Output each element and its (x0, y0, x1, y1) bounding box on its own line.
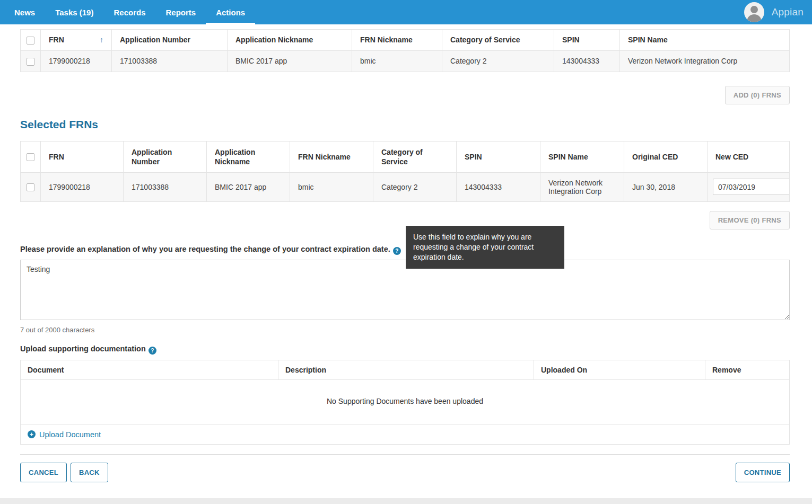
documents-table: Document Description Uploaded On Remove … (20, 360, 790, 445)
cell-spin: 143004333 (457, 172, 540, 201)
upload-help-icon[interactable]: ? (149, 347, 156, 355)
col-header-category-of-service: Category of Service (442, 30, 554, 51)
cancel-button[interactable]: CANCEL (20, 463, 67, 482)
nav-item-records[interactable]: Records (103, 0, 155, 24)
col-header-spin: SPIN (554, 30, 620, 51)
col-header-spin-name: SPIN Name (540, 141, 624, 172)
frn-search-results-table: FRN ↑ Application Number Application Nic… (20, 29, 790, 72)
cell-category-of-service: Category 2 (373, 172, 457, 201)
cell-application-number: 171003388 (124, 172, 207, 201)
explanation-textarea[interactable]: Testing (20, 260, 790, 320)
select-all-checkbox[interactable] (27, 37, 34, 45)
col-header-description: Description (278, 360, 534, 379)
cell-category-of-service: Category 2 (442, 50, 554, 72)
explanation-tooltip: Use this field to explain why you are re… (406, 226, 564, 269)
footer-button-bar: CANCEL BACK CONTINUE (20, 463, 790, 482)
main-content: FRN ↑ Application Number Application Nic… (0, 24, 812, 498)
explanation-label-text: Please provide an explanation of why you… (20, 245, 390, 253)
col-header-frn-nickname: FRN Nickname (352, 30, 442, 51)
nav-item-actions[interactable]: Actions (206, 0, 255, 24)
cell-spin: 143004333 (554, 50, 620, 72)
cell-application-number: 171003388 (112, 50, 228, 72)
col-header-application-number: Application Number (124, 141, 207, 172)
selected-row-checkbox-cell (21, 172, 41, 201)
selected-row-checkbox[interactable] (27, 183, 34, 191)
select-all-cell (21, 30, 41, 51)
cell-spin-name: Verizon Network Integration Corp (620, 50, 790, 72)
back-button[interactable]: BACK (71, 463, 108, 482)
selected-frns-header-row: FRN Application Number Application Nickn… (21, 141, 790, 172)
cell-application-nickname: BMIC 2017 app (207, 172, 290, 201)
nav-item-reports[interactable]: Reports (155, 0, 206, 24)
continue-button[interactable]: CONTINUE (736, 463, 790, 482)
explanation-help-icon[interactable]: ? (393, 247, 401, 255)
appian-brand-logo: Appian (772, 6, 804, 18)
col-header-new-ced: New CED (708, 141, 790, 172)
col-header-remove: Remove (705, 360, 789, 379)
col-header-frn: FRN ↑ (41, 30, 112, 51)
col-header-uploaded-on: Uploaded On (534, 360, 705, 379)
col-header-frn-label: FRN (49, 36, 64, 44)
user-avatar[interactable] (744, 2, 764, 22)
row-checkbox[interactable] (27, 58, 34, 66)
upload-document-link[interactable]: + Upload Document (28, 430, 101, 439)
new-ced-date-input[interactable] (713, 179, 790, 195)
col-header-spin-name: SPIN Name (620, 30, 790, 51)
cell-application-nickname: BMIC 2017 app (228, 50, 352, 72)
cell-spin-name: Verizon Network Integration Corp (540, 172, 624, 201)
upload-document-link-label: Upload Document (39, 430, 101, 439)
selected-frns-row: 1799000218 171003388 BMIC 2017 app bmic … (21, 172, 790, 201)
selected-frns-table: FRN Application Number Application Nickn… (20, 141, 790, 202)
cell-frn-nickname: bmic (352, 50, 442, 72)
upload-documentation-label: Upload supporting documentation? (20, 344, 790, 355)
nav-item-news[interactable]: News (4, 0, 45, 24)
cell-original-ced: Jun 30, 2018 (624, 172, 708, 201)
upload-documentation-label-text: Upload supporting documentation (20, 344, 146, 353)
frn-table-header-row: FRN ↑ Application Number Application Nic… (21, 30, 790, 51)
footer-divider (20, 454, 790, 455)
nav-right-area: Appian (744, 0, 812, 24)
col-header-original-ced: Original CED (624, 141, 708, 172)
cell-new-ced (708, 172, 790, 201)
explanation-label: Please provide an explanation of why you… (20, 245, 790, 255)
selected-select-all-cell (21, 141, 41, 172)
documents-empty-message: No Supporting Documents have been upload… (21, 380, 789, 425)
cell-frn-nickname: bmic (290, 172, 373, 201)
col-header-application-nickname: Application Nickname (207, 141, 290, 172)
col-header-application-nickname: Application Nickname (228, 30, 352, 51)
character-count: 7 out of 2000 characters (20, 326, 790, 334)
explanation-section: Use this field to explain why you are re… (20, 245, 790, 334)
cell-frn: 1799000218 (41, 172, 124, 201)
remove-frns-button[interactable]: REMOVE (0) FRNS (710, 211, 790, 229)
col-header-application-number: Application Number (112, 30, 228, 51)
frn-table-row: 1799000218 171003388 BMIC 2017 app bmic … (21, 50, 790, 72)
add-frns-button[interactable]: ADD (0) FRNS (725, 86, 790, 104)
sort-ascending-icon[interactable]: ↑ (100, 36, 103, 44)
selected-select-all-checkbox[interactable] (27, 153, 34, 161)
plus-circle-icon: + (28, 430, 36, 438)
person-icon (744, 2, 764, 22)
top-navigation: News Tasks (19) Records Reports Actions … (0, 0, 812, 24)
col-header-frn: FRN (41, 141, 124, 172)
nav-item-tasks[interactable]: Tasks (19) (45, 0, 103, 24)
col-header-frn-nickname: FRN Nickname (290, 141, 373, 172)
col-header-document: Document (21, 360, 278, 379)
row-checkbox-cell (21, 50, 41, 72)
col-header-category-of-service: Category of Service (373, 141, 457, 172)
documents-table-footer: + Upload Document (21, 425, 789, 444)
documents-table-header: Document Description Uploaded On Remove (21, 360, 789, 380)
cell-frn: 1799000218 (41, 50, 112, 72)
selected-frns-heading: Selected FRNs (20, 118, 790, 131)
col-header-spin: SPIN (457, 141, 540, 172)
